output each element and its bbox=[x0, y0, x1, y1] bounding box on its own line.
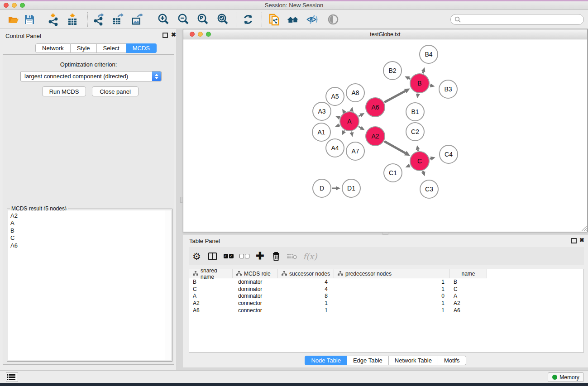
edge-A-A4[interactable] bbox=[344, 130, 344, 131]
delete-column-trash-icon[interactable] bbox=[268, 248, 284, 264]
table-cell: 1 bbox=[334, 279, 450, 285]
memory-button[interactable]: Memory bbox=[548, 372, 584, 382]
edge-A6-B[interactable] bbox=[384, 91, 405, 102]
graph-node-B[interactable]: B bbox=[410, 74, 429, 93]
graph-node-A8[interactable]: A8 bbox=[346, 84, 364, 102]
network-canvas[interactable]: B4B2BB3A5A8A6A3AB1A1C2A2A4A7C4CC1C3DD1 bbox=[183, 39, 587, 232]
table-row[interactable]: A2connector11A2 bbox=[189, 300, 583, 307]
zoom-fit-icon[interactable] bbox=[196, 13, 209, 26]
graph-node-A5[interactable]: A5 bbox=[326, 87, 344, 105]
graph-node-A7[interactable]: A7 bbox=[346, 142, 364, 160]
column-settings-gear-icon[interactable]: ⚙ bbox=[189, 248, 205, 264]
graph-node-C3[interactable]: C3 bbox=[420, 180, 438, 198]
table-cell: A2 bbox=[189, 300, 233, 306]
mcds-result-item[interactable]: A2 bbox=[10, 212, 165, 219]
graph-node-A1[interactable]: A1 bbox=[312, 123, 330, 141]
graph-node-A6[interactable]: A6 bbox=[366, 98, 385, 117]
show-all-eye-icon[interactable] bbox=[327, 13, 339, 26]
tab-select[interactable]: Select bbox=[97, 43, 126, 53]
import-network-icon[interactable] bbox=[47, 13, 60, 26]
save-session-icon[interactable] bbox=[23, 13, 36, 26]
mcds-result-item[interactable]: A bbox=[10, 219, 165, 227]
edge-A-A6[interactable] bbox=[359, 115, 360, 116]
deselect-all-checkboxes-icon[interactable] bbox=[236, 248, 252, 264]
svg-text:A7: A7 bbox=[351, 148, 359, 155]
add-column-icon[interactable]: ✚ bbox=[252, 248, 268, 264]
table-row[interactable]: Bdominator41B bbox=[189, 278, 583, 286]
graph-node-C4[interactable]: C4 bbox=[440, 145, 458, 163]
graph-node-C[interactable]: C bbox=[410, 152, 429, 171]
graph-node-D[interactable]: D bbox=[313, 179, 331, 197]
table-row[interactable]: Cdominator41C bbox=[189, 286, 583, 293]
column-type-icon bbox=[338, 271, 343, 276]
edge-A2-C[interactable] bbox=[384, 141, 406, 153]
export-image-icon[interactable] bbox=[131, 13, 143, 26]
graph-node-C1[interactable]: C1 bbox=[384, 164, 402, 182]
export-table-icon[interactable] bbox=[111, 13, 124, 26]
graph-node-B2[interactable]: B2 bbox=[383, 62, 402, 80]
hide-selected-eye-icon[interactable] bbox=[306, 13, 319, 26]
table-row[interactable]: Adominator80A bbox=[189, 293, 583, 300]
graph-node-A3[interactable]: A3 bbox=[313, 102, 331, 120]
window-resize-grip[interactable] bbox=[581, 225, 587, 231]
edge-C-C3[interactable] bbox=[423, 171, 423, 172]
export-network-icon[interactable] bbox=[92, 13, 105, 26]
home-icon[interactable] bbox=[287, 13, 299, 26]
float-panel-icon[interactable] bbox=[163, 33, 168, 38]
mcds-result-scrollbar[interactable] bbox=[165, 210, 171, 360]
task-history-list-icon[interactable] bbox=[6, 372, 18, 382]
tab-mcds[interactable]: MCDS bbox=[126, 43, 157, 53]
network-window-titlebar[interactable]: testGlobe.txt bbox=[183, 29, 587, 39]
table-row[interactable]: A6connector11A6 bbox=[189, 307, 583, 314]
zoom-selected-icon[interactable] bbox=[216, 13, 229, 26]
column-header-MCDS-role[interactable]: MCDS role bbox=[233, 269, 278, 278]
function-builder-icon[interactable]: f(x) bbox=[300, 248, 320, 264]
vertical-scroll-thumb[interactable] bbox=[180, 197, 183, 203]
optimization-criterion-dropdown[interactable]: largest connected component (directed) bbox=[20, 71, 162, 81]
zoom-in-icon[interactable] bbox=[157, 13, 170, 26]
search-input[interactable] bbox=[461, 15, 583, 24]
edge-A-A2[interactable] bbox=[359, 127, 361, 128]
column-header-shared-name[interactable]: shared name bbox=[189, 269, 233, 278]
table-cell: dominator bbox=[233, 286, 278, 292]
delete-table-icon[interactable] bbox=[284, 248, 300, 264]
tab-edge-table[interactable]: Edge Table bbox=[347, 356, 389, 365]
table-float-panel-icon[interactable] bbox=[571, 238, 577, 243]
open-session-icon[interactable] bbox=[7, 13, 20, 26]
mcds-result-item[interactable]: A6 bbox=[10, 242, 165, 249]
tab-style[interactable]: Style bbox=[71, 43, 97, 53]
edge-A-A1[interactable] bbox=[339, 125, 339, 125]
edge-B-B4[interactable] bbox=[423, 71, 423, 73]
graph-node-C2[interactable]: C2 bbox=[406, 123, 424, 141]
graph-node-A4[interactable]: A4 bbox=[326, 139, 344, 157]
edge-B-B2[interactable] bbox=[409, 78, 410, 79]
mcds-result-item[interactable]: C bbox=[10, 234, 165, 242]
tab-network[interactable]: Network bbox=[35, 43, 71, 53]
zoom-out-icon[interactable] bbox=[177, 13, 190, 26]
search-field[interactable] bbox=[450, 14, 584, 25]
run-mcds-button[interactable]: Run MCDS bbox=[42, 86, 86, 96]
graph-node-A[interactable]: A bbox=[340, 112, 359, 131]
new-network-from-selection-icon[interactable] bbox=[268, 13, 281, 26]
close-panel-button[interactable]: Close panel bbox=[92, 86, 139, 96]
column-header-name[interactable]: name bbox=[450, 269, 487, 278]
column-header-successor-nodes[interactable]: successor nodes bbox=[278, 269, 334, 278]
graph-node-A2[interactable]: A2 bbox=[366, 127, 385, 146]
tab-network-table[interactable]: Network Table bbox=[389, 356, 438, 365]
graph-node-D1[interactable]: D1 bbox=[342, 179, 360, 197]
table-close-panel-icon[interactable]: ✖ bbox=[579, 237, 584, 243]
edge-C-C1[interactable] bbox=[410, 165, 410, 166]
graph-node-B4[interactable]: B4 bbox=[420, 45, 438, 63]
close-panel-icon[interactable]: ✖ bbox=[171, 32, 176, 38]
edge-C-C4[interactable] bbox=[430, 158, 431, 159]
column-header-predecessor-nodes[interactable]: predecessor nodes bbox=[334, 269, 450, 278]
tab-motifs[interactable]: Motifs bbox=[438, 356, 466, 365]
select-all-checkboxes-icon[interactable]: ✓✓ bbox=[220, 248, 236, 264]
import-table-icon[interactable] bbox=[66, 13, 79, 26]
graph-node-B1[interactable]: B1 bbox=[406, 103, 424, 121]
show-columns-icon[interactable] bbox=[205, 248, 220, 264]
tab-node-table[interactable]: Node Table bbox=[305, 356, 347, 365]
refresh-icon[interactable] bbox=[242, 13, 254, 26]
graph-node-B3[interactable]: B3 bbox=[439, 80, 457, 98]
mcds-result-item[interactable]: B bbox=[10, 227, 165, 234]
